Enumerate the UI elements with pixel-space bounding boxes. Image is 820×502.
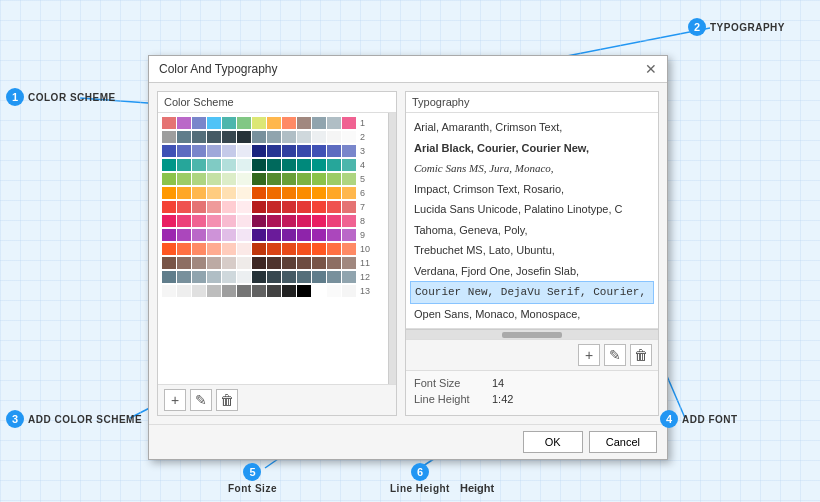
color-swatch[interactable] — [327, 187, 341, 199]
color-swatch[interactable] — [312, 131, 326, 143]
color-swatch[interactable] — [207, 173, 221, 185]
color-swatch[interactable] — [237, 159, 251, 171]
color-swatch[interactable] — [207, 229, 221, 241]
color-swatch[interactable] — [207, 187, 221, 199]
color-swatch[interactable] — [342, 243, 356, 255]
color-swatch[interactable] — [237, 201, 251, 213]
font-list-item[interactable]: Verdana, Fjord One, Josefin Slab, — [410, 261, 654, 282]
color-swatch[interactable] — [297, 215, 311, 227]
color-swatch[interactable] — [252, 257, 266, 269]
color-swatch[interactable] — [312, 145, 326, 157]
color-swatch[interactable] — [327, 215, 341, 227]
font-list-item[interactable]: Impact, Crimson Text, Rosario, — [410, 179, 654, 200]
color-swatch[interactable] — [282, 285, 296, 297]
color-row[interactable]: 4 — [162, 159, 384, 171]
color-swatch[interactable] — [162, 187, 176, 199]
font-list-item[interactable]: Open Sans, Monaco, Monospace, — [410, 304, 654, 325]
color-swatch[interactable] — [312, 243, 326, 255]
edit-font-button[interactable]: ✎ — [604, 344, 626, 366]
color-swatch[interactable] — [252, 271, 266, 283]
color-swatch[interactable] — [177, 173, 191, 185]
color-swatch[interactable] — [162, 145, 176, 157]
color-swatch[interactable] — [312, 159, 326, 171]
color-swatch[interactable] — [297, 187, 311, 199]
font-list-item[interactable]: Comic Sans MS, Jura, Monaco, — [410, 158, 654, 179]
color-swatch[interactable] — [177, 271, 191, 283]
color-swatch[interactable] — [297, 243, 311, 255]
color-swatch[interactable] — [267, 145, 281, 157]
color-swatch[interactable] — [177, 243, 191, 255]
color-swatch[interactable] — [162, 243, 176, 255]
color-swatch[interactable] — [222, 257, 236, 269]
color-swatch[interactable] — [297, 285, 311, 297]
color-swatch[interactable] — [207, 271, 221, 283]
color-swatch[interactable] — [177, 201, 191, 213]
delete-font-button[interactable]: 🗑 — [630, 344, 652, 366]
color-swatch[interactable] — [162, 257, 176, 269]
color-swatch[interactable] — [342, 285, 356, 297]
color-swatch[interactable] — [342, 215, 356, 227]
color-swatch[interactable] — [327, 229, 341, 241]
color-swatch[interactable] — [237, 285, 251, 297]
color-swatch[interactable] — [327, 201, 341, 213]
color-swatch[interactable] — [222, 243, 236, 255]
edit-color-scheme-button[interactable]: ✎ — [190, 389, 212, 411]
color-swatch[interactable] — [282, 229, 296, 241]
color-swatch[interactable] — [342, 257, 356, 269]
color-row[interactable]: 2 — [162, 131, 384, 143]
color-row[interactable]: 1 — [162, 117, 384, 129]
font-list-item[interactable]: Trebuchet MS, Lato, Ubuntu, — [410, 240, 654, 261]
color-swatch[interactable] — [327, 257, 341, 269]
color-swatch[interactable] — [252, 215, 266, 227]
color-swatch[interactable] — [177, 131, 191, 143]
color-swatch[interactable] — [342, 131, 356, 143]
add-font-button[interactable]: + — [578, 344, 600, 366]
color-swatch[interactable] — [282, 187, 296, 199]
color-swatch[interactable] — [237, 173, 251, 185]
color-swatch[interactable] — [192, 257, 206, 269]
color-swatch[interactable] — [177, 187, 191, 199]
color-row[interactable]: 7 — [162, 201, 384, 213]
color-swatch[interactable] — [222, 271, 236, 283]
font-list-item[interactable]: Tahoma, Geneva, Poly, — [410, 220, 654, 241]
color-swatch[interactable] — [162, 173, 176, 185]
color-swatch[interactable] — [327, 243, 341, 255]
color-swatch[interactable] — [342, 173, 356, 185]
color-swatch[interactable] — [267, 117, 281, 129]
font-list-item[interactable]: Arial Black, Courier, Courier New, — [410, 138, 654, 159]
color-swatch[interactable] — [252, 145, 266, 157]
color-row[interactable]: 8 — [162, 215, 384, 227]
color-swatch[interactable] — [282, 243, 296, 255]
color-swatch[interactable] — [252, 201, 266, 213]
color-swatch[interactable] — [282, 117, 296, 129]
color-swatch[interactable] — [252, 159, 266, 171]
color-swatch[interactable] — [192, 159, 206, 171]
color-swatch[interactable] — [342, 145, 356, 157]
color-row[interactable]: 13 — [162, 285, 384, 297]
color-swatch[interactable] — [267, 243, 281, 255]
color-swatch[interactable] — [282, 201, 296, 213]
color-swatch[interactable] — [192, 271, 206, 283]
color-swatch[interactable] — [267, 271, 281, 283]
color-swatch[interactable] — [222, 117, 236, 129]
color-scrollbar[interactable] — [388, 113, 396, 384]
color-swatch[interactable] — [192, 229, 206, 241]
color-swatch[interactable] — [342, 201, 356, 213]
color-swatch[interactable] — [252, 243, 266, 255]
color-swatch[interactable] — [162, 229, 176, 241]
color-swatch[interactable] — [312, 117, 326, 129]
color-swatch[interactable] — [252, 285, 266, 297]
color-swatch[interactable] — [327, 145, 341, 157]
color-row[interactable]: 6 — [162, 187, 384, 199]
add-color-scheme-button[interactable]: + — [164, 389, 186, 411]
color-swatch[interactable] — [192, 145, 206, 157]
color-swatch[interactable] — [222, 229, 236, 241]
color-swatch[interactable] — [297, 173, 311, 185]
color-swatch[interactable] — [282, 145, 296, 157]
color-swatch[interactable] — [192, 215, 206, 227]
dialog-close-button[interactable]: ✕ — [645, 62, 657, 76]
color-swatch[interactable] — [342, 159, 356, 171]
color-swatch[interactable] — [327, 159, 341, 171]
color-swatch[interactable] — [327, 131, 341, 143]
color-row[interactable]: 11 — [162, 257, 384, 269]
